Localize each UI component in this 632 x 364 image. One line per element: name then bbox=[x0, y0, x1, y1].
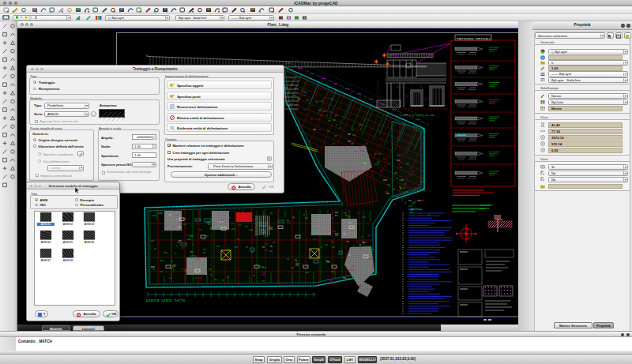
svg-text:0: 0 bbox=[35, 16, 37, 20]
svg-text:pianta piano terzo: pianta piano terzo bbox=[146, 298, 186, 302]
svg-text:LEGENDA: LEGENDA bbox=[408, 208, 422, 211]
svg-text:stadio prospetto AA: stadio prospetto AA bbox=[400, 114, 434, 117]
svg-text:PARTIZIONI VERTICALI: PARTIZIONI VERTICALI bbox=[457, 37, 491, 40]
